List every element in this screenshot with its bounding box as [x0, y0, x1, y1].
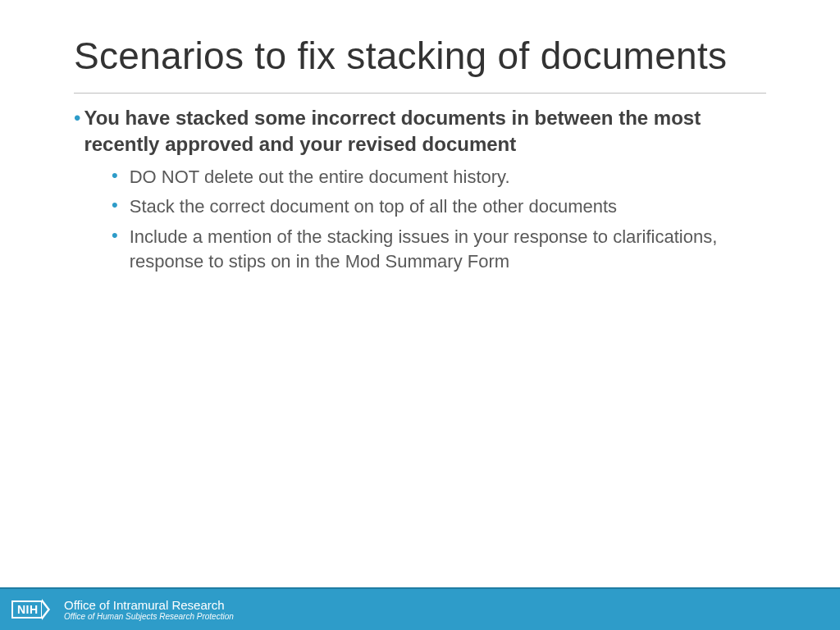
footer-bar: NIH Office of Intramural Research Office… [0, 587, 840, 630]
footer-text-block: Office of Intramural Research Office of … [64, 598, 234, 622]
footer-suboffice-name: Office of Human Subjects Research Protec… [64, 612, 234, 622]
bullet-icon: • [112, 194, 118, 216]
bullet-icon: • [112, 225, 118, 246]
list-item: • Include a mention of the stacking issu… [112, 225, 766, 273]
sub-bullet-text: Include a mention of the stacking issues… [130, 225, 766, 273]
nih-logo: NIH [11, 597, 56, 622]
list-item: • Stack the correct document on top of a… [112, 194, 766, 219]
slide: Scenarios to fix stacking of documents •… [0, 0, 840, 630]
chevron-right-icon [42, 599, 50, 620]
content-area: • You have stacked some incorrect docume… [0, 105, 840, 274]
slide-title: Scenarios to fix stacking of documents [0, 0, 840, 88]
title-divider [74, 93, 766, 94]
bullet-icon: • [74, 107, 80, 130]
sub-bullet-text: DO NOT delete out the entire document hi… [130, 165, 510, 189]
list-item: • DO NOT delete out the entire document … [112, 165, 766, 189]
bullet-level1: • You have stacked some incorrect docume… [74, 105, 766, 158]
bullet-icon: • [112, 165, 118, 186]
nih-logo-text: NIH [11, 600, 43, 619]
sub-bullet-list: • DO NOT delete out the entire document … [112, 165, 766, 274]
footer-office-name: Office of Intramural Research [64, 598, 234, 612]
bullet-level1-text: You have stacked some incorrect document… [84, 105, 766, 158]
sub-bullet-text: Stack the correct document on top of all… [130, 194, 617, 219]
